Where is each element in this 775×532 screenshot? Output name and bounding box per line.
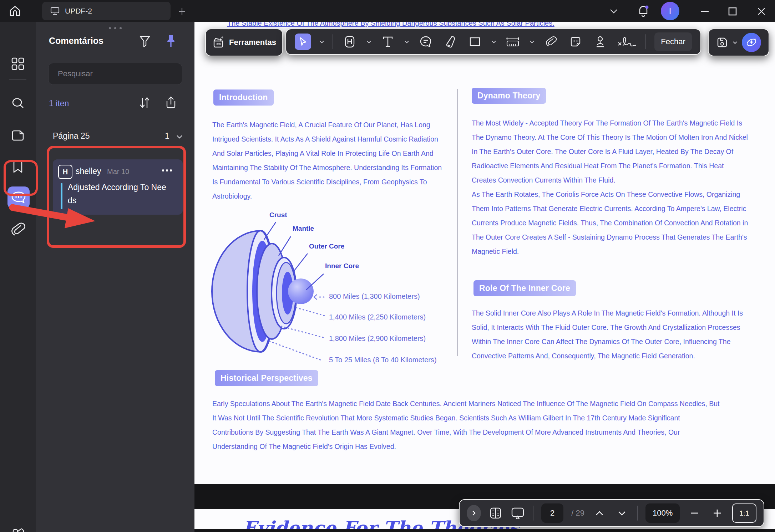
sidebar-item-pages[interactable]	[9, 126, 27, 145]
minimize-icon	[700, 11, 709, 12]
section-heading-historical-perspectives: Historical Perspectives	[215, 370, 318, 386]
sticky-note-icon	[420, 36, 432, 47]
diagram-label-mantle: Mantle	[293, 225, 314, 232]
page-icon	[11, 129, 25, 142]
chevron-down-icon	[530, 40, 535, 44]
pen-tool[interactable]	[442, 34, 459, 50]
text-tool-icon	[382, 36, 394, 48]
plus-icon	[713, 509, 721, 517]
close-editing-label: Fechar	[661, 37, 685, 46]
measure-tool[interactable]	[505, 34, 521, 50]
sticky-note-tool[interactable]	[417, 34, 434, 50]
pen-icon	[445, 36, 456, 48]
reading-mode-button[interactable]	[489, 506, 502, 520]
diagram-measurement-outer-core: 1,400 Miles (2,250 Kilometers)	[329, 313, 426, 321]
sidebar-item-appearance[interactable]	[9, 525, 27, 532]
search-icon	[11, 96, 25, 111]
pushpin-icon	[166, 34, 176, 49]
minimize-button[interactable]	[696, 5, 714, 18]
close-editing-button[interactable]: Fechar	[654, 32, 692, 51]
select-tool-active[interactable]	[295, 34, 311, 50]
grid-icon	[11, 57, 25, 71]
diagram-label-outer-core: Outer Core	[309, 242, 344, 250]
shapes-tool-dropdown[interactable]	[491, 40, 496, 44]
page-group-label: Página 25	[53, 131, 90, 141]
presentation-mode-button[interactable]	[511, 506, 525, 520]
page-number-input[interactable]: 2	[541, 503, 563, 523]
highlight-tool-dropdown[interactable]	[366, 40, 371, 44]
chevron-down-icon	[319, 40, 324, 44]
chevron-down-icon	[491, 40, 496, 44]
measure-tool-dropdown[interactable]	[530, 40, 535, 44]
tools-menu-button[interactable]: Ferramentas	[205, 29, 283, 56]
avatar[interactable]: I	[661, 2, 679, 20]
document-tab[interactable]: UPDF-2	[42, 2, 171, 20]
chevron-down-icon	[404, 40, 409, 44]
search-input[interactable]	[48, 63, 182, 85]
zoom-in-button[interactable]	[710, 506, 724, 520]
save-dropdown[interactable]	[733, 41, 738, 44]
sort-button[interactable]	[136, 94, 153, 111]
attach-file-tool[interactable]	[543, 34, 559, 50]
diagram-label-crust: Crust	[269, 211, 287, 219]
tools-menu-label: Ferramentas	[229, 38, 276, 47]
new-tab-button[interactable]	[176, 5, 188, 18]
zoom-out-button[interactable]	[688, 506, 702, 520]
filter-funnel-icon	[139, 35, 151, 47]
page-group-count: 1	[165, 131, 169, 141]
comments-panel: Comentários 1 iten Página 25 1	[36, 22, 194, 532]
notifications-button[interactable]	[635, 3, 652, 19]
chevron-down-icon	[366, 40, 371, 44]
home-button[interactable]	[5, 1, 25, 21]
previous-page-button[interactable]	[592, 506, 607, 520]
collapse-toolbar-button[interactable]	[606, 5, 622, 18]
panel-drag-handle[interactable]	[107, 26, 123, 30]
tab-title: UPDF-2	[65, 7, 92, 15]
signature-tool[interactable]	[617, 34, 637, 50]
highlight-tool[interactable]	[341, 34, 358, 50]
maximize-button[interactable]	[724, 5, 741, 18]
next-page-button[interactable]	[615, 506, 629, 520]
text-tool-dropdown[interactable]	[404, 40, 409, 44]
pin-comments-button[interactable]	[163, 33, 179, 51]
page-group-collapse[interactable]	[173, 131, 186, 142]
section-heading-dynamo-theory: Dynamo Theory	[472, 88, 546, 104]
filter-button[interactable]	[137, 34, 153, 49]
avatar-initial: I	[669, 6, 671, 16]
paragraph-role-inner-core: The Solid Inner Core Also Plays A Role I…	[472, 306, 750, 363]
save-button[interactable]	[716, 36, 728, 48]
sidebar-item-search[interactable]	[9, 94, 27, 113]
sticker-tool[interactable]	[567, 34, 584, 50]
select-tool-dropdown[interactable]	[319, 40, 324, 44]
rectangle-shape-icon	[469, 36, 481, 47]
comments-panel-title: Comentários	[49, 36, 103, 46]
red-highlight-ring-sidebar	[4, 160, 38, 196]
chevron-up-icon	[596, 511, 603, 516]
maximize-icon	[728, 7, 737, 16]
sidebar-item-thumbnails[interactable]	[9, 55, 27, 73]
paragraph-dynamo-1: The Most Widely - Accepted Theory For Th…	[472, 116, 750, 187]
cursor-icon	[298, 37, 308, 47]
stamp-tool[interactable]	[592, 34, 608, 50]
ai-assistant-button[interactable]	[742, 33, 761, 52]
sort-icon	[138, 96, 151, 109]
save-toolbar	[708, 29, 769, 56]
red-arrow-annotation	[5, 196, 109, 237]
section-heading-introduction: Introduction	[213, 89, 274, 106]
signature-icon	[617, 36, 637, 47]
presentation-icon	[511, 506, 525, 520]
export-comments-button[interactable]	[163, 94, 179, 111]
shapes-tool[interactable]	[467, 34, 483, 50]
expand-bar-button[interactable]	[467, 505, 481, 521]
diagram-measurement-mantle: 1,800 Miles (2,900 Kilometers)	[329, 334, 426, 343]
zoom-level-input[interactable]: 100%	[645, 503, 680, 523]
actual-size-button[interactable]: 1:1	[732, 503, 756, 523]
close-window-button[interactable]	[752, 5, 771, 18]
diagram-label-inner-core: Inner Core	[325, 262, 359, 270]
sidebar-divider	[9, 79, 26, 80]
left-sidebar	[0, 22, 36, 532]
annotation-toolbar: Fechar	[285, 29, 701, 55]
text-tool[interactable]	[380, 34, 396, 50]
bell-icon	[637, 5, 649, 17]
save-floppy-icon	[716, 36, 728, 48]
